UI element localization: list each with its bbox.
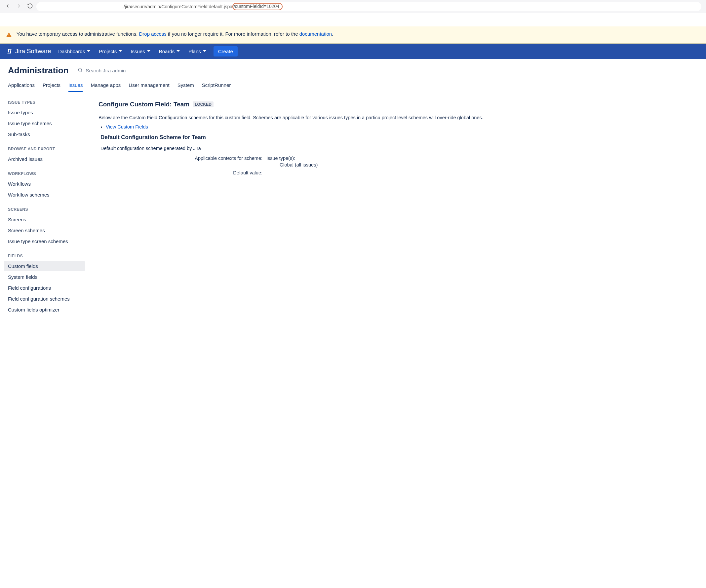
- sidebar-item-screens[interactable]: Screens: [4, 214, 85, 225]
- tab-user-management[interactable]: User management: [128, 82, 169, 92]
- warning-icon: [6, 32, 12, 39]
- admin-search-input[interactable]: [86, 68, 152, 73]
- nav-issues[interactable]: Issues: [129, 49, 151, 54]
- nav-dashboards[interactable]: Dashboards: [57, 49, 91, 54]
- sidebar-item-issue-type-screen-schemes[interactable]: Issue type screen schemes: [4, 236, 85, 246]
- tab-manage-apps[interactable]: Manage apps: [90, 82, 121, 92]
- admin-header: Administration: [0, 59, 706, 79]
- main-content: Configure Custom Field: Team LOCKED Belo…: [89, 92, 706, 323]
- banner-text-mid: if you no longer require it. For more in…: [167, 31, 300, 37]
- sidebar-item-sub-tasks[interactable]: Sub-tasks: [4, 129, 85, 139]
- url-bar[interactable]: ./jira/secure/admin/ConfigureCustomField…: [36, 2, 701, 11]
- tab-issues[interactable]: Issues: [69, 82, 83, 92]
- sidebar-item-field-configurations[interactable]: Field configurations: [4, 283, 85, 293]
- browser-chrome: ./jira/secure/admin/ConfigureCustomField…: [0, 0, 706, 13]
- tab-scriptrunner[interactable]: ScriptRunner: [202, 82, 231, 92]
- locked-badge: LOCKED: [193, 101, 213, 108]
- sidebar-item-issue-type-schemes[interactable]: Issue type schemes: [4, 118, 85, 128]
- reload-icon[interactable]: [27, 3, 33, 10]
- nav-projects[interactable]: Projects: [97, 49, 123, 54]
- tab-projects[interactable]: Projects: [43, 82, 61, 92]
- sidebar-item-field-configuration-schemes[interactable]: Field configuration schemes: [4, 294, 85, 304]
- forward-icon[interactable]: [16, 3, 22, 10]
- top-navigation: Jira Software Dashboards Projects Issues…: [0, 44, 706, 59]
- url-text: ./jira/secure/admin/ConfigureCustomField…: [122, 4, 235, 9]
- tab-applications[interactable]: Applications: [8, 82, 35, 92]
- sidebar-item-issue-types[interactable]: Issue types: [4, 108, 85, 118]
- sidebar: ISSUE TYPES Issue types Issue type schem…: [0, 92, 89, 323]
- search-icon: [78, 68, 83, 74]
- url-highlighted: customFieldId=10204: [232, 3, 283, 10]
- scheme-heading: Default Configuration Scheme for Team: [99, 134, 706, 143]
- drop-access-link[interactable]: Drop access: [139, 31, 166, 37]
- nav-plans[interactable]: Plans: [187, 49, 207, 54]
- banner-text: You have temporary access to administrat…: [16, 31, 139, 37]
- chevron-down-icon: [203, 49, 206, 53]
- sidebar-item-custom-fields-optimizer[interactable]: Custom fields optimizer: [4, 304, 85, 315]
- sidebar-group-workflows: WORKFLOWS: [8, 171, 85, 176]
- issue-types-value: Global (all issues): [266, 162, 706, 167]
- view-custom-fields-link[interactable]: View Custom Fields: [106, 124, 148, 129]
- back-icon[interactable]: [5, 3, 10, 10]
- sidebar-item-system-fields[interactable]: System fields: [4, 272, 85, 282]
- default-value-label: Default value:: [99, 170, 266, 175]
- sidebar-item-custom-fields[interactable]: Custom fields: [4, 261, 85, 271]
- svg-point-2: [79, 68, 82, 71]
- page-title: Configure Custom Field: Team: [99, 101, 189, 108]
- svg-rect-1: [9, 36, 9, 36]
- contexts-label: Applicable contexts for scheme:: [99, 156, 266, 167]
- banner-text-after: .: [332, 31, 333, 37]
- admin-access-banner: You have temporary access to administrat…: [0, 27, 706, 44]
- sidebar-group-fields: FIELDS: [8, 254, 85, 258]
- page-description: Below are the Custom Field Configuration…: [99, 114, 706, 122]
- scheme-description: Default configuration scheme generated b…: [99, 143, 706, 156]
- create-button[interactable]: Create: [213, 46, 238, 56]
- sidebar-group-issue-types: ISSUE TYPES: [8, 100, 85, 105]
- chevron-down-icon: [176, 49, 180, 53]
- nav-boards[interactable]: Boards: [158, 49, 182, 54]
- svg-rect-0: [9, 34, 9, 35]
- documentation-link[interactable]: documentation: [300, 31, 332, 37]
- sidebar-item-workflow-schemes[interactable]: Workflow schemes: [4, 190, 85, 200]
- admin-title: Administration: [8, 66, 69, 76]
- chevron-down-icon: [147, 49, 150, 53]
- sidebar-group-browse-export: BROWSE AND EXPORT: [8, 147, 85, 151]
- sidebar-item-screen-schemes[interactable]: Screen schemes: [4, 225, 85, 236]
- tab-system[interactable]: System: [178, 82, 194, 92]
- sidebar-group-screens: SCREENS: [8, 207, 85, 212]
- jira-logo[interactable]: Jira Software: [6, 48, 51, 55]
- svg-line-3: [81, 71, 82, 72]
- issue-types-label: Issue type(s):: [266, 156, 295, 161]
- sidebar-item-workflows[interactable]: Workflows: [4, 179, 85, 189]
- chevron-down-icon: [87, 49, 90, 53]
- admin-search[interactable]: [78, 68, 152, 74]
- admin-tabs: Applications Projects Issues Manage apps…: [0, 79, 706, 92]
- chevron-down-icon: [119, 49, 122, 53]
- sidebar-item-archived-issues[interactable]: Archived issues: [4, 154, 85, 164]
